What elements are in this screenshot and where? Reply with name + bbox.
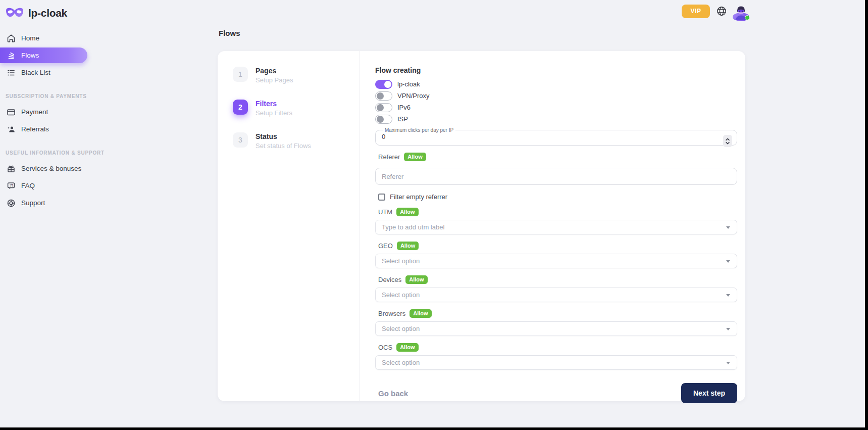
number-stepper-icon[interactable]: [723, 135, 732, 147]
chevron-down-icon: [726, 226, 730, 229]
ipv6-toggle[interactable]: [375, 103, 392, 112]
step-status[interactable]: 3 Status Set status of Flows: [233, 132, 360, 150]
checkbox[interactable]: [378, 194, 385, 201]
sidebar: lp-cloak Home: [0, 0, 87, 427]
devices-label: Devices: [378, 276, 401, 283]
app-logo[interactable]: lp-cloak: [0, 0, 87, 21]
sidebar-item-flows[interactable]: Flows: [0, 47, 87, 63]
referer-input[interactable]: [375, 168, 737, 185]
next-step-button[interactable]: Next step: [681, 383, 737, 403]
step-title: Filters: [256, 100, 292, 108]
devices-label-row: Devices Allow: [378, 275, 737, 284]
referer-label: Referer: [378, 153, 400, 161]
ocs-label-row: OCS Allow: [378, 343, 737, 352]
stepper: 1 Pages Setup Pages 2 Filters Setup Filt…: [218, 51, 360, 401]
step-subtitle: Setup Pages: [256, 76, 293, 84]
payment-card-icon: [7, 108, 16, 117]
sidebar-item-label: Support: [21, 199, 45, 207]
vip-button[interactable]: VIP: [682, 5, 710, 18]
sidebar-item-label: Payment: [21, 108, 48, 116]
svg-text:?!: ?!: [10, 183, 13, 187]
gift-icon: [7, 164, 16, 173]
browsers-select[interactable]: Select option: [375, 321, 737, 336]
toggle-label: VPN/Proxy: [397, 92, 430, 100]
utm-select[interactable]: Type to add utm label: [375, 220, 737, 234]
ocs-allow-badge[interactable]: Allow: [396, 343, 418, 352]
flow-card: 1 Pages Setup Pages 2 Filters Setup Filt…: [218, 51, 745, 401]
user-avatar[interactable]: [733, 3, 749, 20]
geo-label: GEO: [378, 242, 393, 250]
step-title: Status: [256, 132, 311, 140]
select-placeholder: Select option: [382, 257, 420, 265]
utm-label: UTM: [378, 208, 392, 216]
sidebar-item-label: Referrals: [21, 125, 49, 133]
sidebar-item-label: Black List: [21, 69, 50, 76]
chevron-down-icon: [726, 362, 730, 364]
ocs-select[interactable]: Select option: [375, 355, 737, 370]
flows-icon: [7, 51, 16, 60]
topbar: VIP: [682, 3, 749, 20]
step-title: Pages: [256, 67, 293, 75]
select-placeholder: Type to add utm label: [382, 223, 444, 231]
max-clicks-label: Maximum clicks per day per IP: [383, 127, 455, 133]
toggle-group: lp-cloak VPN/Proxy IPv6 ISP: [375, 79, 737, 124]
sidebar-item-label: FAQ: [21, 182, 35, 189]
browsers-allow-badge[interactable]: Allow: [410, 309, 431, 318]
sidebar-item-home[interactable]: Home: [0, 30, 87, 46]
ocs-label: OCS: [378, 344, 392, 351]
sidebar-item-services-bonuses[interactable]: Services & bonuses: [0, 161, 87, 176]
toggle-row-ipv6[interactable]: IPv6: [375, 103, 737, 112]
browsers-label-row: Browsers Allow: [378, 309, 737, 318]
geo-allow-badge[interactable]: Allow: [397, 242, 419, 250]
sidebar-nav: Home Flows: [0, 30, 87, 211]
blacklist-icon: [7, 68, 16, 77]
app-title: lp-cloak: [28, 7, 67, 19]
utm-allow-badge[interactable]: Allow: [396, 208, 418, 216]
step-filters[interactable]: 2 Filters Setup Filters: [233, 100, 360, 117]
home-icon: [7, 34, 16, 43]
vpn-proxy-toggle[interactable]: [375, 91, 392, 101]
sidebar-section-support: USEFUL INFORMATION & SUPPORT: [6, 150, 87, 156]
toggle-row-lp-cloak[interactable]: lp-cloak: [375, 79, 737, 89]
sidebar-item-support[interactable]: Support: [0, 195, 87, 211]
devices-select[interactable]: Select option: [375, 288, 737, 302]
sidebar-item-label: Services & bonuses: [21, 165, 81, 172]
chevron-down-icon: [726, 294, 730, 297]
sidebar-item-black-list[interactable]: Black List: [0, 65, 87, 80]
go-back-button[interactable]: Go back: [378, 389, 408, 398]
form-title: Flow creating: [375, 66, 737, 74]
step-number-badge: 1: [233, 67, 248, 82]
step-pages[interactable]: 1 Pages Setup Pages: [233, 67, 360, 84]
checkbox-label: Filter empty referrer: [390, 193, 447, 201]
form-actions: Go back Next step: [375, 383, 737, 403]
lp-cloak-toggle[interactable]: [375, 80, 392, 89]
online-status-dot: [745, 15, 750, 20]
sidebar-item-label: Home: [21, 34, 39, 42]
sidebar-item-payment[interactable]: Payment: [0, 104, 87, 120]
sidebar-section-subscription: SUBSCRIPTION & PAYMENTS: [6, 93, 87, 99]
mask-logo-icon: [5, 7, 24, 20]
isp-toggle[interactable]: [375, 115, 392, 124]
flow-creating-form: Flow creating lp-cloak VPN/Proxy IPv6 IS…: [375, 51, 737, 403]
devices-allow-badge[interactable]: Allow: [405, 275, 427, 284]
filter-empty-referrer-checkbox-row[interactable]: Filter empty referrer: [378, 193, 737, 201]
max-clicks-field[interactable]: Maximum clicks per day per IP 0: [375, 127, 737, 146]
faq-bubble-icon: ?!: [7, 181, 16, 190]
step-subtitle: Set status of Flows: [256, 142, 311, 150]
toggle-knob: [377, 116, 384, 123]
toggle-row-isp[interactable]: ISP: [375, 114, 737, 124]
utm-label-row: UTM Allow: [378, 207, 737, 216]
toggle-label: lp-cloak: [397, 80, 420, 88]
chevron-down-icon: [726, 328, 730, 330]
toggle-row-vpn-proxy[interactable]: VPN/Proxy: [375, 91, 737, 101]
select-placeholder: Select option: [382, 325, 420, 332]
referer-allow-badge[interactable]: Allow: [404, 153, 426, 161]
referrals-person-icon: [7, 125, 16, 134]
sidebar-item-referrals[interactable]: Referrals: [0, 121, 87, 137]
globe-icon[interactable]: [716, 6, 727, 17]
sidebar-item-faq[interactable]: ?! FAQ: [0, 178, 87, 194]
chevron-down-icon: [726, 260, 730, 263]
toggle-knob: [377, 92, 384, 100]
page-title: Flows: [219, 29, 240, 37]
geo-select[interactable]: Select option: [375, 254, 737, 268]
